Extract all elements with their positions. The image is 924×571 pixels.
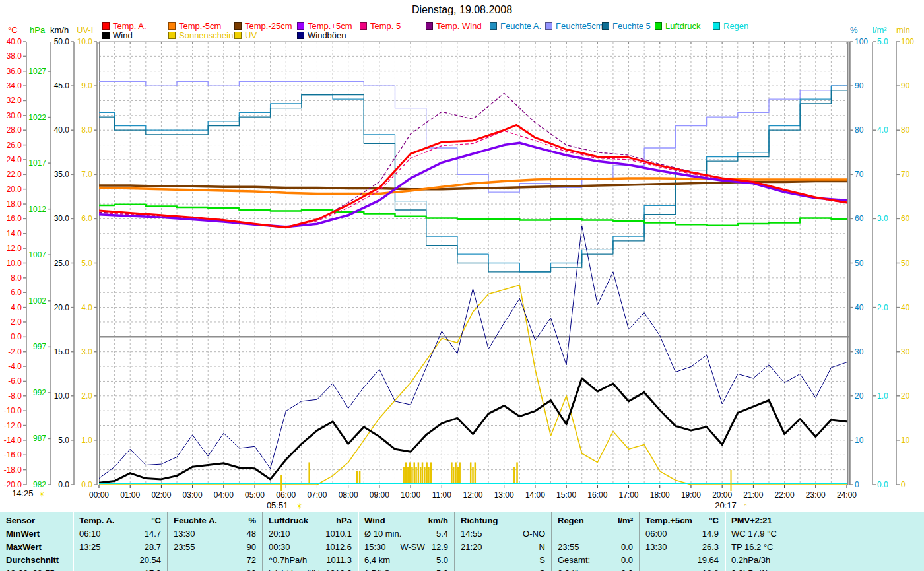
svg-text:0.0: 0.0 bbox=[11, 332, 22, 341]
svg-text:60: 60 bbox=[901, 214, 910, 223]
table-row: 13:2528.7 bbox=[79, 541, 161, 554]
table-row: 21:20N bbox=[461, 541, 545, 554]
svg-text:-2.0: -2.0 bbox=[8, 347, 22, 356]
svg-text:-20.0: -20.0 bbox=[4, 480, 22, 489]
svg-text:16.0: 16.0 bbox=[7, 214, 22, 223]
table-row bbox=[558, 527, 633, 541]
legend-label: Temp.-25cm bbox=[245, 21, 292, 31]
svg-text:-16.0: -16.0 bbox=[4, 450, 22, 459]
svg-text:987: 987 bbox=[33, 434, 46, 443]
svg-text:-8.0: -8.0 bbox=[8, 391, 22, 401]
svg-text:11:00: 11:00 bbox=[432, 490, 451, 500]
svg-text:10: 10 bbox=[901, 436, 910, 445]
legend-item-Windböen: Windböen bbox=[297, 31, 346, 40]
legend-item-Regen: Regen bbox=[713, 22, 748, 31]
svg-text:12:00: 12:00 bbox=[463, 490, 482, 500]
svg-text:24.0: 24.0 bbox=[7, 155, 22, 164]
table-row: 0.0 l/h0.0 bbox=[558, 567, 633, 571]
svg-text:-6.0: -6.0 bbox=[8, 376, 22, 386]
legend-item-Temp.+5cm: Temp.+5cm bbox=[297, 22, 352, 31]
legend-item-UV: UV bbox=[234, 31, 257, 40]
svg-text:22.0: 22.0 bbox=[7, 170, 22, 179]
svg-text:90: 90 bbox=[901, 81, 910, 90]
svg-text:1017: 1017 bbox=[28, 158, 46, 168]
svg-text:997: 997 bbox=[33, 342, 46, 351]
legend-label: UV bbox=[245, 30, 257, 40]
table-row: 13:3026.3 bbox=[645, 541, 719, 554]
svg-text:5.0: 5.0 bbox=[58, 436, 69, 445]
svg-text:10.0: 10.0 bbox=[7, 259, 22, 268]
svg-text:18:00: 18:00 bbox=[650, 490, 670, 500]
legend-label: Temp.-5cm bbox=[179, 21, 221, 31]
svg-text:1.0: 1.0 bbox=[877, 391, 888, 401]
legend-item-Temp. A.: Temp. A. bbox=[102, 22, 147, 31]
table-row: 20.54 bbox=[79, 554, 161, 567]
svg-text:1.0: 1.0 bbox=[81, 436, 92, 445]
svg-text:35.0: 35.0 bbox=[54, 170, 70, 179]
legend-label: Temp. 5 bbox=[370, 21, 401, 31]
legend-swatch bbox=[713, 22, 720, 30]
legend-label: Feuchte A. bbox=[500, 21, 541, 31]
table-row: Richtung bbox=[461, 514, 545, 527]
svg-text:4.0: 4.0 bbox=[81, 303, 92, 312]
svg-text:01:00: 01:00 bbox=[120, 490, 140, 500]
legend-swatch bbox=[168, 32, 176, 39]
table-row: 13:3048 bbox=[174, 527, 256, 541]
legend-swatch bbox=[102, 32, 110, 39]
svg-text:12.0: 12.0 bbox=[7, 244, 22, 253]
legend-label: Temp.+5cm bbox=[308, 21, 352, 31]
table-row: Sensor bbox=[6, 514, 66, 527]
svg-text:40: 40 bbox=[855, 303, 864, 312]
legend-item-Wind: Wind bbox=[102, 31, 133, 40]
svg-text:20.0: 20.0 bbox=[7, 185, 22, 194]
svg-text:34.0: 34.0 bbox=[7, 81, 22, 90]
table-row: Regenl/m² bbox=[558, 514, 633, 527]
svg-text:19:00: 19:00 bbox=[681, 490, 701, 500]
svg-text:30: 30 bbox=[901, 347, 910, 356]
legend-item-Temp.-25cm: Temp.-25cm bbox=[234, 22, 292, 31]
table-row: Windkm/h bbox=[364, 514, 448, 527]
table-row: 1 Bft S5.0 bbox=[364, 567, 448, 571]
table-col-Temp. A.: Temp. A.°C06:1014.713:2528.720.5417.9 bbox=[73, 512, 168, 571]
table-row: Temp.+5cm°C bbox=[645, 514, 719, 527]
svg-text:22:00: 22:00 bbox=[775, 490, 795, 500]
table-row: 00:301012.6 bbox=[269, 541, 352, 554]
table-col-sensor: SensorMinWertMaxWertDurchschnitt18:00..2… bbox=[0, 512, 73, 571]
legend-label: Feuchte 5 bbox=[612, 21, 651, 31]
table-row: 14:55O-NO bbox=[461, 527, 545, 541]
legend-label: Windböen bbox=[308, 30, 346, 40]
legend-swatch bbox=[234, 32, 242, 39]
series-Luftdruck bbox=[99, 205, 847, 226]
sunset-time: 20:17 bbox=[715, 500, 737, 510]
svg-text:17:00: 17:00 bbox=[619, 490, 639, 500]
table-row: 82 bbox=[174, 567, 256, 571]
svg-text:1027: 1027 bbox=[28, 67, 46, 76]
svg-text:2.0: 2.0 bbox=[81, 391, 92, 401]
axis-UV-I: 10.09.08.07.06.05.04.03.02.01.00.0UV-I bbox=[77, 25, 97, 489]
svg-text:3.0: 3.0 bbox=[877, 214, 888, 223]
svg-text:1007: 1007 bbox=[28, 250, 46, 259]
svg-text:90: 90 bbox=[855, 81, 864, 90]
legend-label: Sonnenschein bbox=[179, 30, 233, 40]
svg-text:982: 982 bbox=[33, 480, 46, 489]
svg-text:15.0: 15.0 bbox=[54, 347, 70, 356]
svg-text:0.0: 0.0 bbox=[877, 480, 888, 489]
svg-text:0: 0 bbox=[855, 480, 859, 489]
svg-text:13:00: 13:00 bbox=[494, 490, 514, 500]
page-title: Dienstag, 19.08.2008 bbox=[0, 4, 924, 16]
svg-text:00:00: 00:00 bbox=[89, 490, 109, 500]
table-row: Temp. A.°C bbox=[79, 514, 161, 527]
legend-item-Temp.-5cm: Temp.-5cm bbox=[168, 22, 221, 31]
svg-text:3.0: 3.0 bbox=[81, 347, 92, 356]
svg-text:15:00: 15:00 bbox=[556, 490, 576, 500]
legend-swatch bbox=[297, 22, 304, 30]
svg-text:60: 60 bbox=[855, 214, 864, 223]
legend-swatch bbox=[168, 22, 176, 30]
svg-text:14:00: 14:00 bbox=[525, 490, 545, 500]
svg-text:-18.0: -18.0 bbox=[4, 465, 22, 475]
x-axis-labels: 00:0001:0002:0003:0004:0005:0006:0007:00… bbox=[89, 490, 857, 500]
sunrise-icon: ☀ bbox=[296, 502, 303, 511]
svg-text:6.0: 6.0 bbox=[81, 214, 92, 223]
table-row: TP 16.2 °C bbox=[731, 541, 918, 554]
svg-text:6.0: 6.0 bbox=[11, 288, 22, 297]
